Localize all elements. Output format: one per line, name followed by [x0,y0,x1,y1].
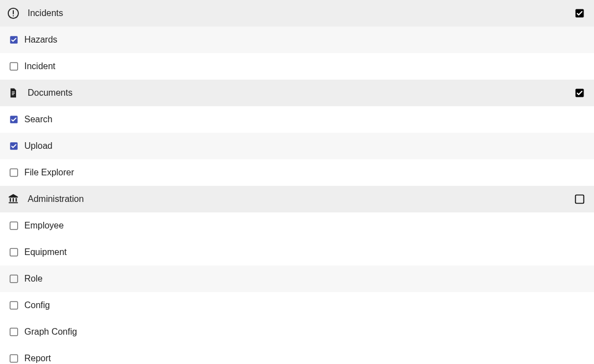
checkbox[interactable] [9,353,19,363]
checkbox[interactable] [9,300,19,310]
svg-rect-14 [13,198,14,201]
svg-rect-19 [10,248,18,256]
checkbox[interactable] [9,141,19,151]
section-checkbox-documents[interactable] [574,87,585,98]
svg-rect-6 [12,92,15,92]
item-row-equipment[interactable]: Equipment [0,239,594,266]
item-label: Hazards [24,35,58,45]
svg-rect-8 [12,95,14,95]
item-label: Config [24,300,50,310]
item-row-incident[interactable]: Incident [0,53,594,80]
svg-rect-23 [10,355,18,362]
checkbox[interactable] [9,327,19,337]
svg-rect-13 [10,198,11,201]
svg-rect-21 [10,301,18,309]
item-row-hazards[interactable]: Hazards [0,27,594,53]
svg-rect-20 [10,275,18,283]
item-row-report[interactable]: Report [0,345,594,364]
item-row-graph-config[interactable]: Graph Config [0,319,594,345]
checkbox[interactable] [9,221,19,231]
checkbox[interactable] [9,61,19,71]
svg-rect-17 [576,195,584,204]
svg-rect-2 [13,15,14,17]
item-label: File Explorer [24,168,74,178]
svg-rect-18 [10,222,18,230]
svg-rect-16 [9,202,18,204]
document-icon [7,86,20,100]
item-row-file-explorer[interactable]: File Explorer [0,159,594,186]
svg-rect-5 [10,63,18,70]
section-title: Incidents [28,8,574,18]
checkbox[interactable] [9,115,19,124]
bank-icon [7,193,20,206]
section-header-incidents[interactable]: Incidents [0,0,594,27]
svg-rect-12 [10,169,18,176]
item-label: Equipment [24,247,67,257]
section-header-documents[interactable]: Documents [0,80,594,106]
item-row-config[interactable]: Config [0,292,594,319]
svg-rect-7 [12,93,15,93]
section-checkbox-administration[interactable] [574,194,585,205]
svg-rect-15 [16,198,17,201]
item-row-upload[interactable]: Upload [0,133,594,159]
svg-rect-1 [13,11,14,14]
item-label: Incident [24,61,55,71]
checkbox[interactable] [9,168,19,178]
checkbox[interactable] [9,274,19,284]
checkbox[interactable] [9,35,19,45]
svg-rect-22 [10,328,18,336]
section-checkbox-incidents[interactable] [574,8,585,19]
item-label: Report [24,353,51,363]
item-label: Graph Config [24,327,77,337]
section-title: Administration [28,194,574,204]
item-row-role[interactable]: Role [0,266,594,292]
section-title: Documents [28,88,574,98]
section-header-administration[interactable]: Administration [0,186,594,212]
checkbox[interactable] [9,247,19,257]
item-row-employee[interactable]: Employee [0,212,594,239]
item-label: Upload [24,141,53,151]
alert-circle-icon [7,7,20,20]
item-label: Role [24,274,43,284]
item-label: Employee [24,221,64,231]
item-label: Search [24,115,53,124]
item-row-search[interactable]: Search [0,106,594,133]
